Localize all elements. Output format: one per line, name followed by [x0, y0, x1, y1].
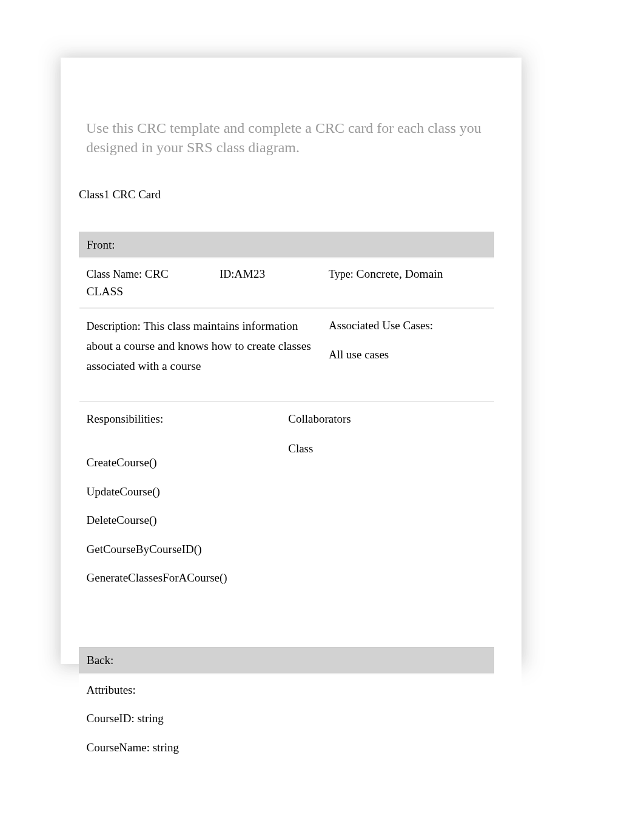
attributes-label: Attributes:: [87, 682, 488, 699]
responsibility-item: CreateCourse(): [87, 454, 283, 471]
attribute-item: CourseID: string: [87, 710, 488, 727]
crc-card-table: Front: Class Name: CRC CLASS ID:AM23 Typ…: [79, 232, 494, 757]
collaborators-value: Class: [288, 440, 488, 457]
responsibility-item: GenerateClassesForACourse(): [87, 569, 283, 586]
responsibilities-list: CreateCourse() UpdateCourse() DeleteCour…: [87, 454, 283, 586]
responsibilities-label: Responsibilities:: [87, 411, 283, 428]
front-header-row: Front:: [79, 232, 494, 258]
back-header-row: Back:: [79, 648, 494, 674]
responsibility-item: UpdateCourse(): [87, 483, 283, 500]
attributes-list: CourseID: string CourseName: string: [87, 710, 488, 756]
attributes-cell: Attributes: CourseID: string CourseName:…: [79, 674, 494, 757]
collaborators-cell: Collaborators Class: [288, 401, 494, 648]
class-name-cell: Class Name: CRC CLASS: [79, 258, 213, 308]
type-value: Concrete, Domain: [357, 267, 443, 280]
id-cell: ID:AM23: [212, 258, 321, 308]
description-row: Description: This class maintains inform…: [79, 308, 494, 401]
attribute-item: CourseName: string: [87, 739, 488, 756]
collaborators-label: Collaborators: [288, 411, 488, 428]
description-label: Description: [87, 320, 138, 332]
use-cases-cell: Associated Use Cases: All use cases: [321, 308, 494, 401]
use-cases-value: All use cases: [329, 345, 488, 364]
front-header: Front:: [79, 232, 494, 258]
responsibility-item: DeleteCourse(): [87, 512, 283, 529]
description-cell: Description: This class maintains inform…: [79, 308, 322, 401]
id-value: AM23: [234, 267, 265, 280]
id-label: ID:: [220, 268, 234, 280]
class-name-label: Class Name:: [87, 268, 143, 280]
document-page: Use this CRC template and complete a CRC…: [79, 58, 522, 757]
back-header: Back:: [79, 648, 494, 674]
responsibilities-row: Responsibilities: CreateCourse() UpdateC…: [79, 401, 494, 648]
attributes-row: Attributes: CourseID: string CourseName:…: [79, 674, 494, 757]
type-cell: Type: Concrete, Domain: [321, 258, 494, 308]
card-title: Class1 CRC Card: [79, 158, 522, 201]
use-cases-label: Associated Use Cases:: [329, 316, 488, 335]
type-label: Type:: [329, 268, 354, 280]
responsibilities-cell: Responsibilities: CreateCourse() UpdateC…: [79, 401, 289, 648]
responsibility-item: GetCourseByCourseID(): [87, 541, 283, 558]
instruction-text: Use this CRC template and complete a CRC…: [79, 58, 522, 158]
class-info-row: Class Name: CRC CLASS ID:AM23 Type: Conc…: [79, 258, 494, 308]
